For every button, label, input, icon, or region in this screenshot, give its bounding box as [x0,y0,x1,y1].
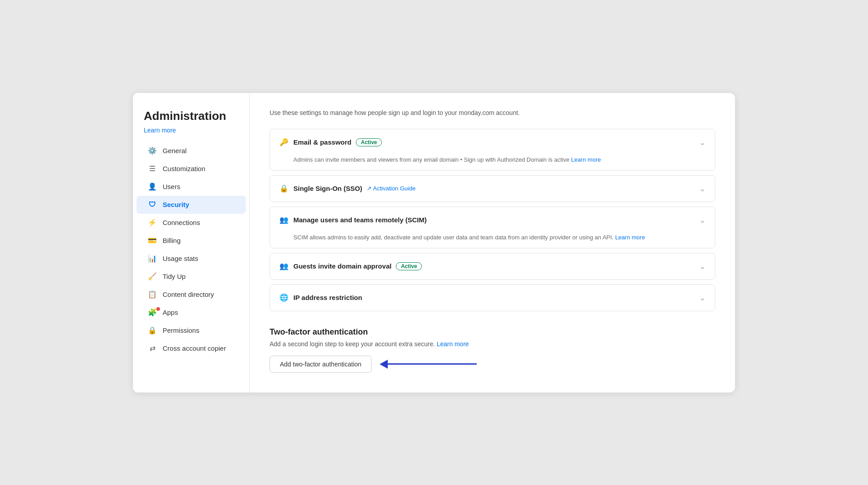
sidebar-item-billing[interactable]: 💳Billing [137,232,246,250]
arrow-line [387,363,477,365]
sidebar-item-label-general: General [163,147,186,154]
tfa-learn-more-link[interactable]: Learn more [437,340,469,348]
sidebar-item-general[interactable]: ⚙️General [137,142,246,160]
users-icon: 👤 [147,182,157,192]
sidebar-item-label-users: Users [163,183,180,190]
sidebar-nav: ⚙️General☰Customization👤Users🛡Security⚡C… [133,142,249,357]
tfa-description: Add a second login step to keep your acc… [270,340,715,348]
sidebar-title: Administration [133,109,249,127]
section-row-ip-restriction[interactable]: 🌐IP address restriction⌄ [270,285,715,311]
section-row-guests-invite[interactable]: 👥Guests invite domain approvalActive⌄ [270,253,715,279]
section-sso: 🔒Single Sign-On (SSO)↗ Activation Guide⌄ [270,175,715,202]
sidebar-item-label-tidy-up: Tidy Up [163,273,186,280]
section-row-scim[interactable]: 👥Manage users and teams remotely (SCIM)⌄ [270,207,715,233]
sidebar-item-connections[interactable]: ⚡Connections [137,214,246,232]
section-scim: 👥Manage users and teams remotely (SCIM)⌄… [270,207,715,248]
section-icon-email-password: 🔑 [279,137,289,147]
permissions-icon: 🔒 [147,326,157,335]
section-icon-ip-restriction: 🌐 [279,293,289,303]
sidebar-item-label-security: Security [163,201,189,208]
section-row-sso[interactable]: 🔒Single Sign-On (SSO)↗ Activation Guide⌄ [270,176,715,202]
content-directory-icon: 📋 [147,290,157,300]
sidebar-item-label-cross-account-copier: Cross account copier [163,344,226,352]
tfa-title: Two-factor authentication [270,327,715,337]
tfa-section: Two-factor authentication Add a second l… [270,327,715,373]
sidebar-item-permissions[interactable]: 🔒Permissions [137,322,246,340]
security-icon: 🛡 [147,200,157,210]
tfa-action-row: Add two-factor authentication [270,356,715,373]
apps-badge [156,307,160,311]
section-title-ip-restriction: IP address restriction [293,294,362,301]
section-sub-email-password: Admins can invite members and viewers fr… [270,155,715,170]
usage-stats-icon: 📊 [147,254,157,264]
sidebar-item-label-usage-stats: Usage stats [163,255,198,262]
tidy-up-icon: 🧹 [147,272,157,282]
section-link-sso[interactable]: ↗ Activation Guide [367,185,416,192]
customization-icon: ☰ [147,164,157,174]
add-tfa-button[interactable]: Add two-factor authentication [270,356,372,373]
sidebar-item-label-billing: Billing [163,237,181,244]
section-badge-email-password: Active [356,138,382,146]
section-title-sso: Single Sign-On (SSO) [293,185,362,192]
arrow-annotation [380,360,477,369]
sidebar-learn-more-link[interactable]: Learn more [133,127,249,142]
section-chevron-sso: ⌄ [699,184,706,194]
sidebar-item-tidy-up[interactable]: 🧹Tidy Up [137,268,246,286]
sidebar-item-apps[interactable]: 🧩Apps [137,304,246,322]
section-icon-sso: 🔒 [279,184,289,194]
section-title-email-password: Email & password [293,138,351,146]
section-row-email-password[interactable]: 🔑Email & passwordActive⌄ [270,129,715,155]
sidebar-item-label-permissions: Permissions [163,326,199,334]
section-learn-more-email-password[interactable]: Learn more [571,156,601,163]
sidebar-item-users[interactable]: 👤Users [137,178,246,196]
page-description: Use these settings to manage how people … [270,109,715,116]
section-chevron-ip-restriction: ⌄ [699,293,706,303]
sections-container: 🔑Email & passwordActive⌄Admins can invit… [270,129,715,311]
general-icon: ⚙️ [147,146,157,156]
sidebar-item-label-content-directory: Content directory [163,291,214,298]
sidebar-item-content-directory[interactable]: 📋Content directory [137,286,246,304]
section-chevron-guests-invite: ⌄ [699,261,706,271]
tfa-desc-text: Add a second login step to keep your acc… [270,340,435,348]
section-icon-guests-invite: 👥 [279,261,289,271]
sidebar-item-customization[interactable]: ☰Customization [137,160,246,178]
section-learn-more-scim[interactable]: Learn more [615,234,645,241]
section-icon-scim: 👥 [279,215,289,225]
section-chevron-scim: ⌄ [699,215,706,225]
section-ip-restriction: 🌐IP address restriction⌄ [270,284,715,311]
connections-icon: ⚡ [147,218,157,228]
main-content: Use these settings to manage how people … [250,93,735,392]
section-badge-guests-invite: Active [396,262,422,270]
sidebar-item-label-apps: Apps [163,309,178,316]
sidebar-item-label-customization: Customization [163,165,205,172]
apps-icon: 🧩 [147,308,157,317]
sidebar-item-label-connections: Connections [163,219,200,226]
section-guests-invite: 👥Guests invite domain approvalActive⌄ [270,253,715,280]
billing-icon: 💳 [147,236,157,246]
section-email-password: 🔑Email & passwordActive⌄Admins can invit… [270,129,715,171]
cross-account-copier-icon: ⇄ [147,344,157,353]
sidebar: Administration Learn more ⚙️General☰Cust… [133,93,250,392]
main-card: Administration Learn more ⚙️General☰Cust… [133,93,735,392]
sidebar-item-cross-account-copier[interactable]: ⇄Cross account copier [137,340,246,357]
sidebar-item-usage-stats[interactable]: 📊Usage stats [137,250,246,268]
sidebar-item-security[interactable]: 🛡Security [137,196,246,214]
section-sub-scim: SCIM allows admins to easily add, deacti… [270,233,715,248]
section-title-guests-invite: Guests invite domain approval [293,262,391,270]
section-title-scim: Manage users and teams remotely (SCIM) [293,216,427,224]
section-chevron-email-password: ⌄ [699,137,706,147]
